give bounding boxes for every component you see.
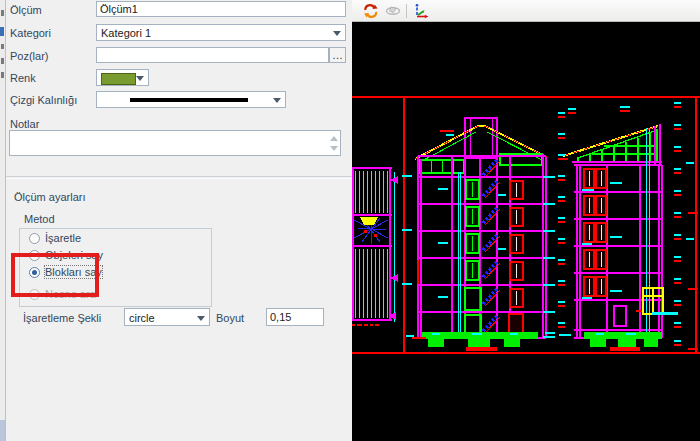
- kategori-value: Kategori 1: [101, 27, 151, 39]
- notlar-label: Notlar: [10, 118, 39, 130]
- poz-label: Poz(lar): [10, 50, 49, 62]
- settings-title: Ölçüm ayarları: [14, 191, 86, 203]
- chevron-down-icon: [273, 98, 281, 103]
- kategori-select[interactable]: Kategori 1: [96, 24, 346, 41]
- scroll-down-icon[interactable]: [330, 146, 338, 151]
- radio-isaretle[interactable]: İşaretle: [29, 231, 81, 245]
- chevron-down-icon: [333, 31, 341, 36]
- lineweight-sample: [130, 98, 248, 102]
- left-shaft-structure: [352, 168, 398, 326]
- cad-toolbar: [352, 0, 700, 22]
- renk-color-select[interactable]: [96, 69, 149, 86]
- notlar-textarea[interactable]: [9, 130, 341, 156]
- left-building-section: [402, 118, 547, 351]
- boyut-label: Boyut: [216, 312, 244, 324]
- chevron-down-icon: [197, 316, 205, 321]
- boyut-input[interactable]: [266, 308, 324, 326]
- marker-shape-value: circle: [129, 312, 155, 324]
- chevron-down-icon: [136, 76, 144, 81]
- poz-input[interactable]: [96, 47, 329, 63]
- kategori-label: Kategori: [10, 27, 51, 39]
- marker-shape-label: İşaretleme Şekli: [23, 312, 101, 324]
- scroll-up-icon[interactable]: [330, 136, 338, 141]
- method-label: Metod: [22, 213, 57, 225]
- sync-icon[interactable]: [362, 3, 380, 19]
- marker-shape-select[interactable]: circle: [124, 308, 210, 326]
- right-building-section: [558, 124, 678, 351]
- color-swatch: [101, 73, 136, 85]
- olcum-label: Ölçüm: [10, 4, 42, 16]
- renk-label: Renk: [10, 72, 36, 84]
- cad-viewport[interactable]: [352, 22, 700, 441]
- toolbar-separator: [406, 4, 407, 18]
- radio-icon: [29, 233, 40, 244]
- measurement-properties-panel: Ölçüm Kategori Kategori 1 Poz(lar) … Ren…: [6, 0, 352, 441]
- ucs-axes-icon[interactable]: [413, 3, 431, 19]
- olcum-input[interactable]: [96, 1, 346, 17]
- lineweight-select[interactable]: [96, 91, 286, 108]
- orbit-icon-disabled[interactable]: [384, 3, 402, 19]
- poz-browse-button[interactable]: …: [329, 47, 346, 63]
- annotation-highlight-rectangle: [11, 253, 99, 297]
- cizgi-label: Çizgi Kalınlığı: [10, 94, 77, 106]
